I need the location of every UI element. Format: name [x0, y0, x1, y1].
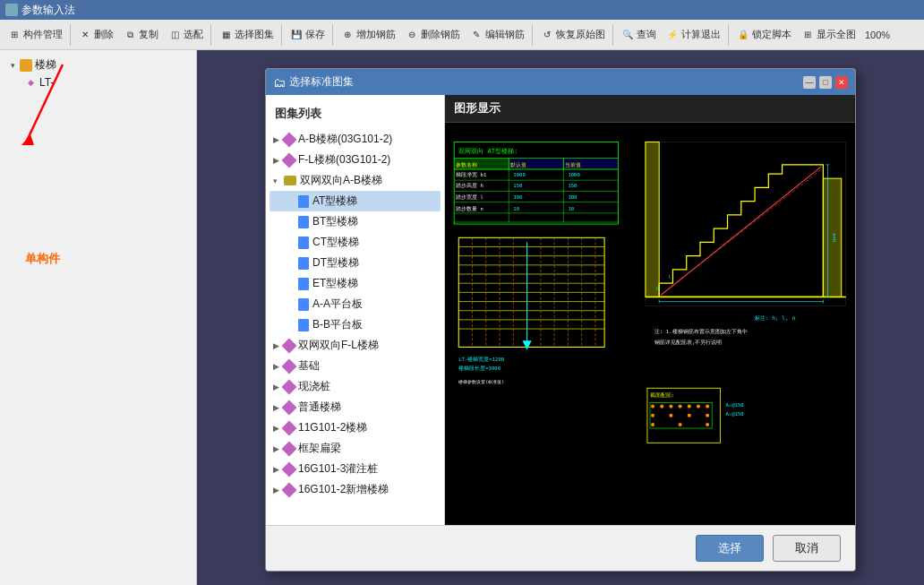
tree-item-lt[interactable]: ◆ LT- [4, 74, 192, 90]
cast-pile-icon [282, 379, 297, 394]
svg-text:10: 10 [568, 206, 574, 211]
lock-script-label: 锁定脚本 [752, 28, 791, 41]
catalog-item-dual-fl[interactable]: ▶ 双网双向F-L楼梯 [270, 335, 441, 356]
del-rebar-button[interactable]: ⊖ 删除钢筋 [401, 26, 464, 44]
add-rebar-button[interactable]: ⊕ 增加钢筋 [337, 26, 399, 44]
catalog-item-frame-beam[interactable]: ▶ 框架扁梁 [270, 438, 441, 459]
dialog-controls: — □ ✕ [803, 76, 848, 89]
maximize-icon: □ [823, 78, 827, 87]
edit-rebar-button[interactable]: ✎ 编辑钢筋 [466, 26, 528, 44]
catalog-item-16g101-3[interactable]: ▶ 16G101-3灌注桩 [270, 459, 441, 479]
restore-drawing-button[interactable]: ↺ 恢复原始图 [536, 26, 609, 44]
bt-type-icon [298, 216, 309, 228]
dialog-overlay: 🗂 选择标准图集 — □ ✕ 图集列表 [197, 50, 924, 585]
query-button[interactable]: 🔍 查询 [617, 26, 660, 44]
catalog-item-fl-stair[interactable]: ▶ F-L楼梯(03G101-2) [270, 150, 441, 170]
catalog-item-ab-stair[interactable]: ▶ A-B楼梯(03G101-2) [270, 129, 441, 150]
copy-label: 复制 [139, 28, 158, 41]
dialog-close-button[interactable]: ✕ [835, 76, 848, 89]
calc-exit-label: 计算退出 [681, 28, 721, 41]
catalog-item-bb-section[interactable]: B-B平台板 [270, 314, 441, 335]
dual-fl-label: 双网双向F-L楼梯 [298, 338, 379, 353]
title-bar: 参数输入法 [0, 0, 924, 20]
et-type-label: ET型楼梯 [312, 276, 358, 291]
svg-point-78 [660, 405, 663, 409]
select-atlas-dialog: 🗂 选择标准图集 — □ ✕ 图集列表 [265, 68, 856, 572]
dialog-maximize-button[interactable]: □ [819, 76, 832, 89]
16g101-3-icon [282, 461, 297, 477]
11g101-2-label: 11G101-2楼梯 [298, 420, 367, 435]
tree-item-stair[interactable]: ▾ 楼梯 [4, 56, 192, 74]
svg-point-88 [651, 423, 654, 426]
tree-label-stair: 楼梯 [35, 57, 56, 73]
delete-icon: ✕ [78, 28, 92, 42]
11g101-2-icon [282, 420, 297, 435]
catalog-item-common-stair[interactable]: ▶ 普通楼梯 [270, 397, 441, 417]
svg-text:n×h: n×h [832, 233, 837, 242]
calc-exit-button[interactable]: ⚡ 计算退出 [662, 26, 724, 44]
dialog-body: 图集列表 ▶ A-B楼梯(03G101-2) ▶ F-L楼梯(03G101-2)… [266, 95, 855, 525]
fl-stair-icon [282, 152, 297, 168]
fl-stair-label: F-L楼梯(03G101-2) [298, 152, 390, 168]
bt-type-label: BT型楼梯 [312, 214, 358, 229]
save-icon: 💾 [289, 28, 304, 42]
copy-button[interactable]: ⧉ 复制 [119, 26, 162, 44]
catalog-item-16g101-2[interactable]: ▶ 16G101-2新增楼梯 [270, 479, 441, 500]
dialog-minimize-button[interactable]: — [803, 76, 816, 89]
svg-text:300: 300 [568, 194, 577, 200]
svg-point-87 [706, 414, 709, 417]
aa-section-arrow [287, 300, 296, 309]
svg-text:踏步宽度 l: 踏步宽度 l [456, 194, 483, 200]
svg-point-90 [706, 423, 709, 426]
dual-fl-icon [282, 338, 297, 353]
select-atlas-button[interactable]: ▦ 选择图集 [215, 26, 278, 44]
save-button[interactable]: 💾 保存 [286, 26, 329, 44]
toolbar: ⊞ 构件管理 ✕ 删除 ⧉ 复制 ◫ 选配 ▦ 选择图集 💾 保存 ⊕ 增加钢筋… [0, 20, 924, 50]
drawing-panel-title: 图形显示 [445, 95, 855, 123]
svg-point-83 [706, 405, 709, 409]
svg-text:参数名称: 参数名称 [456, 161, 477, 168]
cancel-button[interactable]: 取消 [773, 535, 841, 562]
copy-icon: ⧉ [123, 28, 137, 42]
separator-2 [210, 24, 211, 46]
svg-text:l: l [668, 274, 671, 280]
catalog-item-foundation[interactable]: ▶ 基础 [270, 356, 441, 376]
ct-type-icon [298, 237, 309, 249]
svg-point-82 [697, 405, 700, 409]
select-button[interactable]: ◫ 选配 [164, 26, 207, 44]
rebar-edit-icon: ✎ [469, 28, 483, 42]
svg-point-89 [679, 423, 682, 426]
catalog-item-aa-section[interactable]: A-A平台板 [270, 294, 441, 314]
member-manage-button[interactable]: ⊞ 构件管理 [4, 26, 66, 44]
cast-pile-label: 现浇桩 [298, 379, 330, 394]
show-all-button[interactable]: ⊞ 显示全图 [797, 26, 860, 44]
separator-6 [612, 24, 613, 46]
tree-label-lt: LT- [39, 76, 54, 89]
catalog-item-cast-pile[interactable]: ▶ 现浇桩 [270, 376, 441, 397]
zoom-value: 100% [865, 30, 890, 40]
close-icon: ✕ [838, 78, 845, 87]
rebar-del-icon: ⊖ [405, 28, 419, 42]
catalog-item-11g101-2[interactable]: ▶ 11G101-2楼梯 [270, 417, 441, 438]
delete-button[interactable]: ✕ 删除 [74, 26, 117, 44]
svg-point-79 [669, 405, 672, 409]
svg-text:LT-楼梯宽度=1200: LT-楼梯宽度=1200 [458, 356, 504, 362]
catalog-item-dt-type[interactable]: DT型楼梯 [270, 253, 441, 273]
svg-text:150: 150 [513, 183, 522, 188]
catalog-item-ct-type[interactable]: CT型楼梯 [270, 232, 441, 253]
dialog-footer: 选择 取消 [266, 525, 855, 571]
catalog-item-et-type[interactable]: ET型楼梯 [270, 273, 441, 294]
rebar-add-icon: ⊕ [340, 28, 355, 42]
catalog-item-at-type[interactable]: AT型楼梯 [270, 191, 441, 211]
catalog-item-bt-type[interactable]: BT型楼梯 [270, 211, 441, 232]
show-all-icon: ⊞ [800, 28, 815, 42]
select-confirm-button[interactable]: 选择 [696, 535, 764, 562]
member-manage-label: 构件管理 [23, 28, 63, 41]
catalog-item-dual-ab[interactable]: ▾ 双网双向A-B楼梯 [270, 170, 441, 191]
cad-drawing-svg: 双网双向 AT型楼梯: 参数名称 默认值 当前值 梯段净宽 b1 1000 [445, 123, 855, 525]
svg-text:A₅@150: A₅@150 [725, 411, 743, 417]
query-icon: 🔍 [620, 28, 635, 42]
at-type-icon [298, 195, 309, 208]
svg-text:双网双向 AT型楼梯:: 双网双向 AT型楼梯: [458, 147, 518, 155]
lock-script-button[interactable]: 🔒 锁定脚本 [732, 26, 795, 44]
